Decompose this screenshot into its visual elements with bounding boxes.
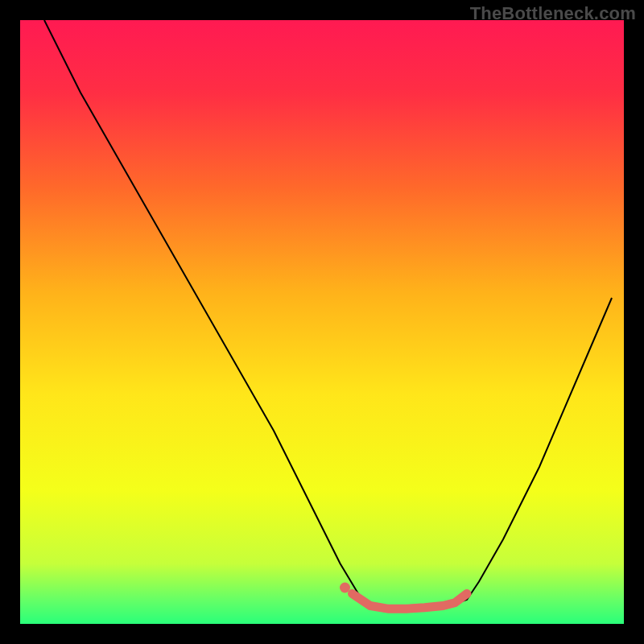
- chart-stage: TheBottleneck.com: [0, 0, 644, 644]
- plot-area: [20, 20, 624, 624]
- chart-svg: [20, 20, 624, 624]
- highlight-dot: [340, 583, 350, 593]
- gradient-background: [20, 20, 624, 624]
